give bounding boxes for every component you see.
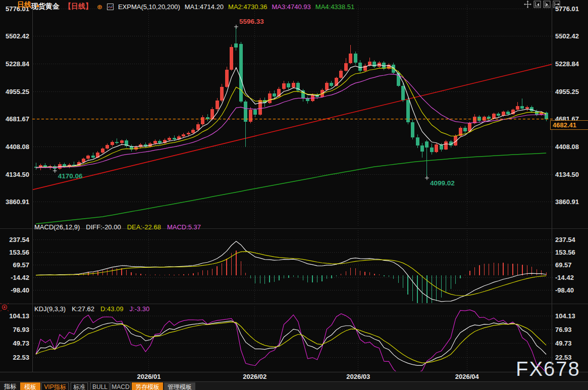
- chart-type-icon[interactable]: [107, 4, 114, 10]
- x-axis-label: 2026/02: [243, 373, 266, 380]
- axis-restore-icon[interactable]: [553, 1, 560, 8]
- y-axis-label-left: 49.73: [13, 339, 29, 347]
- y-axis-label-right: 5228.84: [555, 60, 579, 68]
- y-axis-label-left: -14.42: [11, 274, 29, 281]
- kdj-d-line: [36, 322, 546, 363]
- x-axis-label: 2026/03: [346, 373, 370, 380]
- chart-header: 现货黄金 【日线】 ⊕ EXPMA(5,10,20,200) MA1:4714.…: [31, 2, 354, 11]
- kdj-j-value: J:-3.30: [130, 305, 150, 313]
- ma10-line: [36, 68, 546, 168]
- kdj-k-line: [36, 321, 546, 365]
- period-tag: 【日线】: [64, 2, 92, 11]
- macd-header: MACD(26,12,9) DIFF:-20.00 DEA:-22.68 MAC…: [34, 223, 201, 231]
- kdj-header: KDJ(9,3,3) K:27.62 D:43.09 J:-3.30: [34, 305, 149, 313]
- tab-standard[interactable]: 标准: [71, 382, 88, 390]
- y-axis-label-right: 69.57: [555, 261, 572, 269]
- axis-compress-left-icon[interactable]: [533, 1, 541, 8]
- price-panel: [32, 27, 552, 224]
- kdj-d-value: D:43.09: [100, 305, 124, 313]
- kdj-panel: [36, 310, 546, 374]
- kdj-j-line: [36, 310, 546, 374]
- y-axis-label-left: -98.40: [11, 286, 29, 294]
- ma200-line: [36, 153, 546, 224]
- y-axis-label-left: 4134.50: [6, 171, 29, 178]
- period-selector[interactable]: 日线▲: [17, 1, 40, 10]
- ma2-value: MA2:4730.36: [228, 3, 267, 11]
- y-axis-label-right: 237.54: [555, 236, 576, 243]
- y-axis-label-right: 3860.91: [555, 198, 579, 206]
- price-annotation: 4099.02: [430, 179, 455, 187]
- y-axis-label-left: 4408.08: [6, 143, 29, 151]
- price-annotation: 5596.33: [239, 18, 264, 25]
- tab-save-template[interactable]: 另存模板: [132, 382, 163, 390]
- y-axis-label-right: 104.13: [555, 312, 575, 320]
- x-axis-label: 2026/01: [137, 373, 161, 380]
- tab-bull[interactable]: BULL: [90, 382, 110, 390]
- x-axis-label: 2026/04: [455, 373, 479, 380]
- hot-marker-icon: [1, 303, 9, 311]
- tab-templates[interactable]: 模板: [20, 382, 40, 390]
- y-axis-label-left: 76.93: [13, 326, 29, 333]
- chart-canvas[interactable]: 2026/012026/022026/032026/045596.334170.…: [0, 0, 588, 390]
- kdj-title[interactable]: KDJ(9,3,3): [34, 305, 66, 313]
- tab-indicators[interactable]: 指标: [2, 382, 18, 390]
- candlestick-series: [34, 27, 548, 178]
- tab-vip-indicators[interactable]: VIP指标: [41, 382, 69, 390]
- tab-macd[interactable]: MACD: [111, 382, 131, 390]
- chart-toolbar-icons: [524, 1, 560, 8]
- y-axis-label-left: 5502.42: [6, 32, 29, 40]
- ma20-line: [36, 74, 546, 168]
- macd-macd-value: MACD:5.37: [167, 223, 201, 231]
- chevron-up-icon: ▲: [35, 3, 40, 8]
- y-axis-label-right: 4408.08: [555, 143, 579, 151]
- y-axis-label-right: 153.56: [555, 249, 575, 256]
- y-axis-label-right: -14.42: [555, 274, 574, 281]
- indicator-name[interactable]: EXPMA(5,10,20,200): [118, 3, 180, 11]
- y-axis-label-right: 5502.42: [555, 32, 579, 40]
- period-label: 日线: [17, 1, 31, 9]
- y-axis-label-left: 237.54: [9, 236, 30, 243]
- ma4-value: MA4:4338.51: [315, 3, 354, 11]
- macd-title[interactable]: MACD(26,12,9): [34, 223, 80, 231]
- crosshair-move-icon[interactable]: [524, 1, 531, 8]
- target-icon[interactable]: ⊕: [97, 3, 102, 11]
- ma5-line: [36, 65, 546, 168]
- y-axis-label-left: 4681.67: [6, 115, 29, 123]
- macd-dea-value: DEA:-22.68: [127, 223, 161, 231]
- y-axis-label-right: 4955.25: [555, 88, 579, 95]
- y-axis-label-left: 22.53: [13, 354, 29, 361]
- last-price-tag: 4682.41: [550, 120, 588, 130]
- y-axis-label-left: 3860.91: [6, 198, 29, 206]
- y-axis-label-left: 69.57: [13, 261, 29, 269]
- y-axis-label-left: 153.56: [9, 249, 29, 256]
- macd-panel: [36, 241, 546, 308]
- y-axis-label-left: 4955.25: [6, 88, 29, 95]
- macd-diff-value: DIFF:-20.00: [86, 223, 121, 231]
- price-annotation: 4170.06: [58, 172, 83, 180]
- tab-manage-template[interactable]: 管理模板: [164, 382, 195, 390]
- y-axis-label-right: 76.93: [555, 326, 572, 333]
- bottom-toolbar: 指标 模板 VIP指标 标准 BULL MACD 另存模板 管理模板: [0, 381, 588, 390]
- axis-compress-right-icon[interactable]: [543, 1, 551, 8]
- y-axis-label-right: -98.40: [555, 286, 574, 294]
- y-axis-label-left: 5228.84: [6, 60, 30, 68]
- y-axis-label-right: 49.73: [555, 339, 572, 347]
- app-window: FX678 2026/012026/022026/032026/045596.3…: [0, 0, 588, 390]
- ma1-value: MA1:4714.20: [185, 3, 224, 11]
- y-axis-label-right: 4134.50: [555, 171, 579, 178]
- y-axis-label-left: 104.13: [9, 312, 29, 320]
- y-axis-label-right: 22.53: [555, 354, 572, 361]
- ma3-value: MA3:4740.93: [272, 3, 310, 11]
- kdj-k-value: K:27.62: [72, 305, 94, 313]
